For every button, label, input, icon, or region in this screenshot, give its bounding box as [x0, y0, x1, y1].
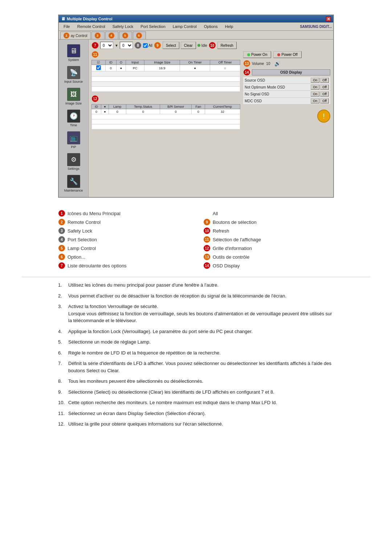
info-row-empty-1 — [92, 114, 240, 119]
legend-text-11: Sélection de l'affichage — [213, 237, 261, 242]
tab-2[interactable]: 3 — [91, 32, 105, 39]
menu-file[interactable]: File — [60, 23, 73, 30]
menu-safety-lock[interactable]: Safety Lock — [109, 23, 136, 30]
inst-text-1: Utilisez les icônes du menu principal po… — [68, 282, 219, 289]
refresh-button[interactable]: Refresh — [217, 42, 237, 49]
row-check[interactable] — [92, 65, 106, 71]
inst-text-5: Sélectionne un mode de réglage Lamp. — [68, 338, 151, 346]
sidebar-item-image[interactable]: 🖼 Image Size — [60, 86, 87, 107]
maintenance-icon: 🔧 — [67, 175, 80, 188]
osd-mdc-off[interactable]: Off — [320, 98, 329, 103]
clear-button[interactable]: Clear — [181, 42, 196, 49]
legend-num-6: 6 — [58, 254, 65, 260]
menu-remote-control[interactable]: Remote Control — [74, 23, 109, 30]
volume-value: 10 — [266, 62, 270, 66]
row-input: PC — [126, 65, 144, 71]
legend-item-10: 10 Refresh — [203, 227, 334, 235]
osd-no-signal-on[interactable]: On — [311, 91, 319, 97]
select-button[interactable]: Select — [163, 42, 179, 49]
power-off-dot — [277, 53, 280, 56]
inst-num-1: 1. — [58, 282, 65, 289]
settings-icon: ⚙ — [67, 153, 80, 166]
osd-no-signal-off[interactable]: Off — [320, 91, 329, 97]
volume-label: Volume — [252, 62, 264, 66]
info-col-lamp: Lamp — [109, 104, 126, 109]
sidebar-label-settings: Settings — [68, 167, 79, 171]
titlebar: 🖥 Multiple Display Control ✕ — [59, 15, 333, 22]
all-checkbox[interactable] — [143, 43, 148, 48]
sidebar: 🖥 System 📡 Input Source 🖼 Image Size 🕐 T… — [59, 40, 89, 197]
osd-not-optimum-off[interactable]: Off — [320, 85, 329, 90]
inst-num-9: 9. — [58, 389, 65, 396]
osd-not-optimum-on[interactable]: On — [311, 85, 319, 90]
close-button[interactable]: ✕ — [326, 16, 331, 21]
menu-lamp-control[interactable]: Lamp Control — [170, 23, 200, 30]
info-row-empty-2 — [92, 119, 240, 124]
legend-item-2: 2 Remote Control — [58, 218, 189, 226]
tab-3[interactable]: 4 — [105, 32, 118, 39]
instruction-6: 6. Règle le nombre de LFD ID et la fréqu… — [58, 349, 334, 357]
legend-num-5: 5 — [58, 245, 65, 251]
col-input: Input — [126, 60, 144, 65]
osd-source-on[interactable]: On — [311, 78, 319, 83]
menu-options[interactable]: Options — [201, 23, 221, 30]
osd-row-source: Source OSD On Off — [243, 77, 330, 84]
col-id: ID — [105, 60, 116, 65]
window-body: 🖥 System 📡 Input Source 🖼 Image Size 🕐 T… — [59, 40, 333, 197]
badge-14: 14 — [244, 69, 250, 75]
badge-10: 10 — [209, 42, 216, 49]
inst-num-5: 5. — [58, 338, 65, 346]
legend-text-12: Grille d'information — [213, 246, 252, 251]
sidebar-item-time[interactable]: 🕐 Time — [60, 108, 87, 129]
info-row-empty-3 — [92, 124, 240, 130]
tab-5[interactable]: 6 — [133, 32, 146, 39]
legend-text-5: Lamp Control — [68, 246, 96, 251]
power-on-button[interactable]: Power On — [243, 51, 271, 58]
toolbar: 7 0 ▼ 0 8 All 9 Select Clear — [91, 42, 330, 49]
sidebar-item-system[interactable]: 🖥 System — [60, 42, 87, 63]
menu-help[interactable]: Help — [222, 23, 237, 30]
content-area: 11 ☑ ID O Input Image Size On Timer — [91, 51, 330, 195]
badge-8: 8 — [135, 42, 141, 49]
legend-num-13: 13 — [204, 254, 210, 260]
inst-num-3: 3. — [58, 303, 65, 324]
tab-1[interactable]: 2ay Control — [60, 32, 91, 39]
upper-data-table: ☑ ID O Input Image Size On Timer Off Tim… — [91, 60, 240, 92]
info-col-fan: Fan — [192, 104, 205, 109]
info-col-temp: Temp.Status — [126, 104, 160, 109]
tab-4[interactable]: 5 — [119, 32, 132, 39]
id-from-select[interactable]: 0 — [100, 42, 113, 49]
inst-num-12: 12. — [58, 420, 65, 428]
sidebar-item-maintenance[interactable]: 🔧 Maintenance — [60, 173, 87, 194]
table-row-empty-1 — [92, 71, 240, 77]
right-panel: 7 0 ▼ 0 8 All 9 Select Clear — [89, 40, 333, 197]
menu-port-selection[interactable]: Port Selection — [137, 23, 168, 30]
legend-text-1: Icônes du Menu Principal — [68, 211, 121, 216]
osd-mdc-on[interactable]: On — [311, 98, 319, 103]
instruction-7: 7. Définit la série d'identifiants de LF… — [58, 360, 334, 374]
legend-num-3: 3 — [58, 227, 65, 234]
legend-item-3: 3 Safety Lock — [58, 227, 189, 235]
legend-item-11: 11 Sélection de l'affichage — [203, 235, 334, 243]
sidebar-label-system: System — [68, 58, 79, 62]
sidebar-label-input: Input Source — [64, 80, 83, 83]
time-icon: 🕐 — [67, 110, 80, 123]
id-to-select[interactable]: 0 — [120, 42, 133, 49]
inst-num-8: 8. — [58, 378, 65, 385]
info-col-sensor: B/R Sensor — [160, 104, 192, 109]
osd-not-optimum-buttons: On Off — [311, 85, 329, 90]
legend-num-9: 9 — [204, 219, 210, 225]
instruction-2: 2. Vous permet d'activer ou de désactive… — [58, 292, 334, 300]
badge-7: 7 — [92, 42, 98, 49]
inst-text-11: Sélectionnez un écran dans Display Selec… — [68, 410, 206, 417]
row-image-size: 16:9 — [144, 65, 180, 71]
osd-title: OSD Display — [252, 69, 330, 75]
power-off-button[interactable]: Power Off — [273, 51, 301, 58]
sidebar-item-settings[interactable]: ⚙ Settings — [60, 151, 87, 172]
divider — [22, 277, 370, 277]
osd-source-off[interactable]: Off — [320, 78, 329, 83]
info-col-dot: ● — [101, 104, 109, 109]
grid-panel: 11 ☑ ID O Input Image Size On Timer — [91, 51, 240, 195]
sidebar-item-pip[interactable]: 📺 PIP — [60, 130, 87, 151]
sidebar-item-input[interactable]: 📡 Input Source — [60, 64, 87, 85]
